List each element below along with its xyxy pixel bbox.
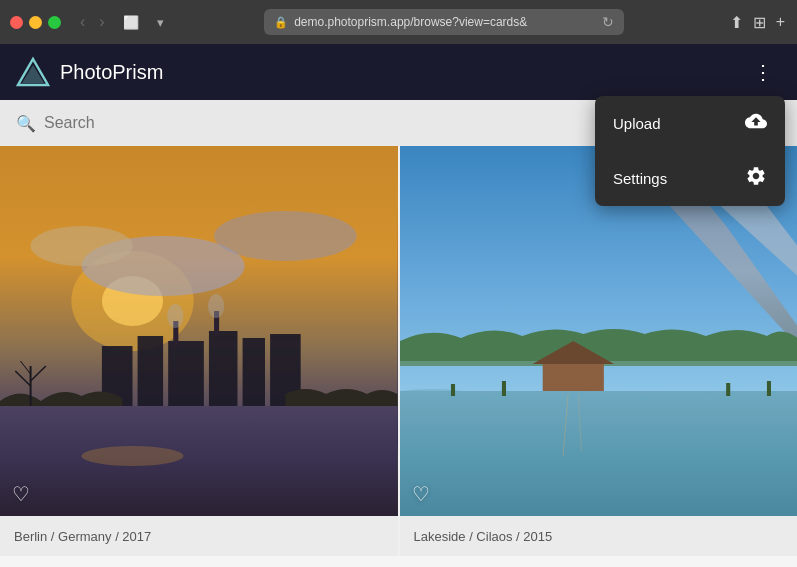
svg-point-19 bbox=[82, 446, 184, 466]
svg-rect-27 bbox=[400, 391, 798, 516]
browser-chrome: ‹ › ⬜ ▾ 🔒 demo.photoprism.app/browse?vie… bbox=[0, 0, 797, 44]
share-button[interactable]: ⬆ bbox=[728, 11, 745, 34]
app-header: PhotoPrism ⋮ bbox=[0, 44, 797, 100]
svg-rect-12 bbox=[243, 338, 265, 406]
window-menu-button[interactable]: ▾ bbox=[152, 13, 169, 32]
grid-button[interactable]: ⊞ bbox=[751, 11, 768, 34]
svg-rect-30 bbox=[450, 384, 454, 396]
favorite-button-berlin[interactable]: ♡ bbox=[12, 482, 30, 506]
settings-menu-item[interactable]: Settings bbox=[595, 151, 785, 206]
upload-label: Upload bbox=[613, 115, 661, 132]
new-tab-button[interactable]: + bbox=[774, 11, 787, 34]
photo-image-berlin bbox=[0, 146, 398, 516]
upload-menu-item[interactable]: Upload bbox=[595, 96, 785, 151]
minimize-traffic-light[interactable] bbox=[29, 16, 42, 29]
favorite-button-lakeside[interactable]: ♡ bbox=[412, 482, 430, 506]
lock-icon: 🔒 bbox=[274, 16, 288, 29]
address-text: demo.photoprism.app/browse?view=cards& bbox=[294, 15, 596, 29]
upload-icon bbox=[745, 110, 767, 137]
logo-icon bbox=[16, 55, 50, 89]
svg-rect-31 bbox=[501, 381, 505, 396]
settings-icon bbox=[745, 165, 767, 192]
search-icon: 🔍 bbox=[16, 114, 36, 133]
svg-rect-11 bbox=[209, 331, 238, 406]
maximize-traffic-light[interactable] bbox=[48, 16, 61, 29]
svg-point-6 bbox=[31, 226, 133, 266]
photo-caption-berlin: Berlin / Germany / 2017 bbox=[0, 516, 398, 556]
svg-rect-32 bbox=[726, 383, 730, 396]
reload-button[interactable]: ↻ bbox=[602, 14, 614, 30]
app-title: PhotoPrism bbox=[60, 61, 163, 84]
svg-rect-26 bbox=[542, 361, 603, 391]
svg-rect-33 bbox=[766, 381, 770, 396]
app-logo: PhotoPrism bbox=[16, 55, 163, 89]
svg-rect-10 bbox=[168, 341, 204, 406]
svg-point-7 bbox=[214, 211, 357, 261]
settings-label: Settings bbox=[613, 170, 667, 187]
photo-caption-lakeside: Lakeside / Cilaos / 2015 bbox=[400, 516, 798, 556]
photo-card-berlin[interactable]: ♡ Berlin / Germany / 2017 bbox=[0, 146, 398, 556]
address-bar[interactable]: 🔒 demo.photoprism.app/browse?view=cards&… bbox=[264, 9, 624, 35]
window-view-button[interactable]: ⬜ bbox=[118, 13, 144, 32]
dropdown-menu: Upload Settings bbox=[595, 96, 785, 206]
photo-card-lakeside[interactable]: ♡ Lakeside / Cilaos / 2015 bbox=[400, 146, 798, 556]
more-options-button[interactable]: ⋮ bbox=[745, 54, 781, 90]
forward-button[interactable]: › bbox=[94, 12, 109, 32]
photo-grid: ♡ Berlin / Germany / 2017 bbox=[0, 146, 797, 556]
svg-point-16 bbox=[167, 304, 183, 328]
svg-rect-9 bbox=[138, 336, 163, 406]
svg-rect-18 bbox=[0, 406, 398, 516]
traffic-lights bbox=[10, 16, 61, 29]
svg-point-17 bbox=[208, 294, 224, 318]
close-traffic-light[interactable] bbox=[10, 16, 23, 29]
back-button[interactable]: ‹ bbox=[75, 12, 90, 32]
